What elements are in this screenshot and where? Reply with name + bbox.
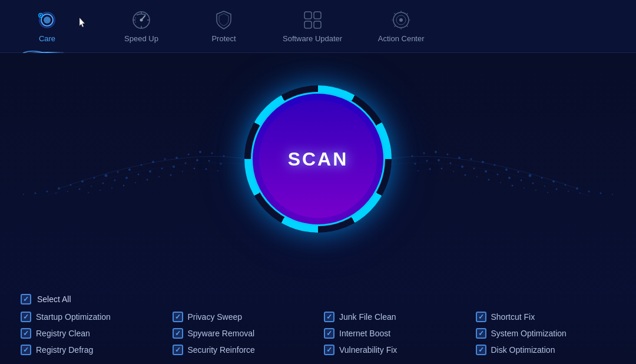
svg-point-23 <box>128 168 131 171</box>
svg-point-96 <box>453 171 454 172</box>
svg-point-63 <box>447 154 449 155</box>
svg-point-47 <box>55 193 57 194</box>
svg-point-70 <box>529 174 532 177</box>
svg-point-82 <box>461 166 463 168</box>
label-junk-file-clean: Junk File Clean <box>339 312 396 322</box>
software-updater-label: Software Updater <box>283 34 342 43</box>
svg-point-14 <box>399 18 403 22</box>
svg-point-67 <box>494 164 496 166</box>
svg-point-60 <box>412 155 413 157</box>
svg-point-58 <box>100 190 101 191</box>
nav-item-speedup[interactable]: Speed Up <box>106 0 177 53</box>
checkbox-item-registry-clean: Registry Clean <box>21 328 161 339</box>
svg-point-15 <box>223 155 225 157</box>
checkbox-privacy-sweep[interactable] <box>173 312 183 322</box>
checkbox-item-spyware-removal: Spyware Removal <box>173 328 313 339</box>
svg-point-31 <box>35 193 37 194</box>
svg-point-91 <box>568 191 569 192</box>
svg-point-99 <box>488 179 490 181</box>
software-updater-icon <box>302 9 323 31</box>
label-shortcut-fix: Shortcut Fix <box>491 312 535 322</box>
label-registry-clean: Registry Clean <box>36 329 90 338</box>
svg-point-68 <box>505 168 508 171</box>
svg-point-80 <box>438 159 440 161</box>
label-startup-opt: Startup Optimization <box>36 312 111 322</box>
svg-point-90 <box>556 188 558 190</box>
svg-point-53 <box>158 176 160 177</box>
checkbox-item-startup-opt: Startup Optimization <box>21 312 161 322</box>
select-all-row: Select All <box>21 294 615 305</box>
svg-point-46 <box>67 191 68 192</box>
svg-point-22 <box>141 164 143 166</box>
svg-point-93 <box>418 170 419 171</box>
svg-point-84 <box>485 170 487 173</box>
svg-point-29 <box>58 187 60 190</box>
svg-point-98 <box>476 176 478 177</box>
svg-point-69 <box>518 171 519 173</box>
checkbox-registry-clean[interactable] <box>21 328 31 339</box>
svg-point-97 <box>465 174 466 176</box>
protect-icon <box>213 9 234 31</box>
svg-point-64 <box>458 157 461 159</box>
svg-point-54 <box>147 179 148 181</box>
svg-point-85 <box>497 174 499 176</box>
nav-item-care[interactable]: Care <box>12 0 82 53</box>
svg-point-81 <box>450 163 452 164</box>
svg-point-71 <box>541 177 543 179</box>
svg-point-5 <box>40 15 41 16</box>
svg-point-89 <box>544 186 545 187</box>
svg-point-40 <box>138 174 140 176</box>
checkbox-shortcut-fix[interactable] <box>476 312 486 322</box>
svg-point-65 <box>471 158 472 160</box>
nav-item-action-center[interactable]: Action Center <box>366 0 436 53</box>
select-all-checkbox[interactable] <box>21 294 31 305</box>
svg-point-103 <box>535 190 536 191</box>
checkbox-item-disk-optimization: Disk Optimization <box>476 345 616 355</box>
scan-label: SCAN <box>288 148 349 170</box>
nav-item-software-updater[interactable]: Software Updater <box>271 0 354 53</box>
label-security-reinforce: Security Reinforce <box>188 345 255 355</box>
label-vulnerability-fix: Vulnerability Fix <box>339 345 397 355</box>
svg-point-41 <box>125 177 128 179</box>
svg-point-52 <box>170 174 172 176</box>
checkbox-startup-opt[interactable] <box>21 312 31 322</box>
checkbox-item-security-reinforce: Security Reinforce <box>173 345 313 355</box>
svg-point-94 <box>429 168 431 170</box>
checkbox-security-reinforce[interactable] <box>173 345 183 355</box>
nav-item-protect[interactable]: Protect <box>188 0 259 53</box>
svg-point-33 <box>220 163 222 165</box>
svg-point-26 <box>94 177 95 179</box>
svg-point-44 <box>91 186 92 187</box>
checkbox-item-internet-boost: Internet Boost <box>324 328 464 339</box>
checkbox-internet-boost[interactable] <box>324 328 334 339</box>
svg-point-38 <box>161 168 163 170</box>
checkbox-registry-defrag[interactable] <box>21 345 31 355</box>
checkbox-junk-file-clean[interactable] <box>324 312 334 322</box>
svg-point-36 <box>185 163 187 164</box>
checkbox-vulnerability-fix[interactable] <box>324 345 334 355</box>
label-internet-boost: Internet Boost <box>339 329 390 338</box>
checkbox-item-vulnerability-fix: Vulnerability Fix <box>324 345 464 355</box>
checkbox-item-junk-file-clean: Junk File Clean <box>324 312 464 322</box>
svg-point-28 <box>70 184 72 186</box>
svg-point-92 <box>579 193 581 194</box>
svg-rect-8 <box>304 12 312 19</box>
checkbox-disk-optimization[interactable] <box>476 345 486 355</box>
checkbox-item-registry-defrag: Registry Defrag <box>21 345 161 355</box>
care-icon <box>37 9 58 31</box>
select-all-label: Select All <box>37 294 71 304</box>
label-spyware-removal: Spyware Removal <box>188 329 255 338</box>
checkbox-spyware-removal[interactable] <box>173 328 183 339</box>
checkbox-system-optimization[interactable] <box>476 328 486 339</box>
scan-button[interactable]: SCAN <box>259 100 377 218</box>
svg-point-72 <box>552 180 555 183</box>
svg-point-101 <box>512 185 514 187</box>
svg-point-100 <box>500 182 501 183</box>
svg-rect-9 <box>314 12 321 19</box>
svg-point-1 <box>44 16 51 24</box>
svg-point-50 <box>194 168 196 170</box>
svg-point-49 <box>206 168 207 170</box>
label-disk-optimization: Disk Optimization <box>491 345 555 355</box>
protect-label: Protect <box>211 34 236 43</box>
checkbox-grid: Startup Optimization Privacy Sweep Junk … <box>21 312 615 355</box>
